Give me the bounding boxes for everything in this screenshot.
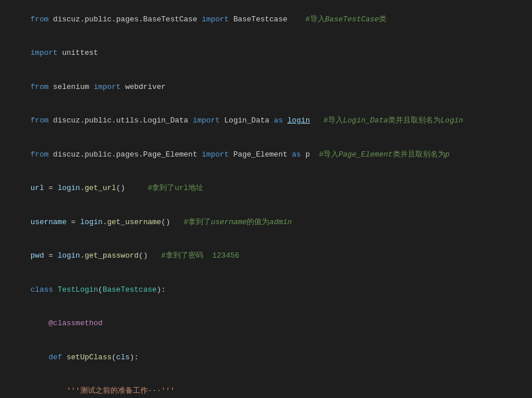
code-line-7: username = login.get_username() #拿到了user… [0, 205, 532, 239]
code-line-10: @classmethod [0, 307, 532, 341]
code-line-9: class TestLogin(BaseTestcase): [0, 273, 532, 307]
code-line-8: pwd = login.get_password() #拿到了密码 123456 [0, 239, 532, 273]
code-editor[interactable]: from discuz.public.pages.BaseTestCase im… [0, 0, 532, 398]
code-line-4: from discuz.public.utils.Login_Data impo… [0, 104, 532, 138]
code-line-1: from discuz.public.pages.BaseTestCase im… [0, 2, 532, 36]
code-line-5: from discuz.public.pages.Page_Element im… [0, 137, 532, 172]
code-line-2: import unittest [0, 36, 532, 70]
code-line-3: from selenium import webdriver [0, 70, 532, 104]
code-line-6: url = login.get_url() #拿到了url地址 [0, 172, 532, 206]
code-line-12: '''测试之前的准备工作···''' [0, 374, 532, 399]
code-line-11: def setUpClass(cls): [0, 340, 532, 374]
